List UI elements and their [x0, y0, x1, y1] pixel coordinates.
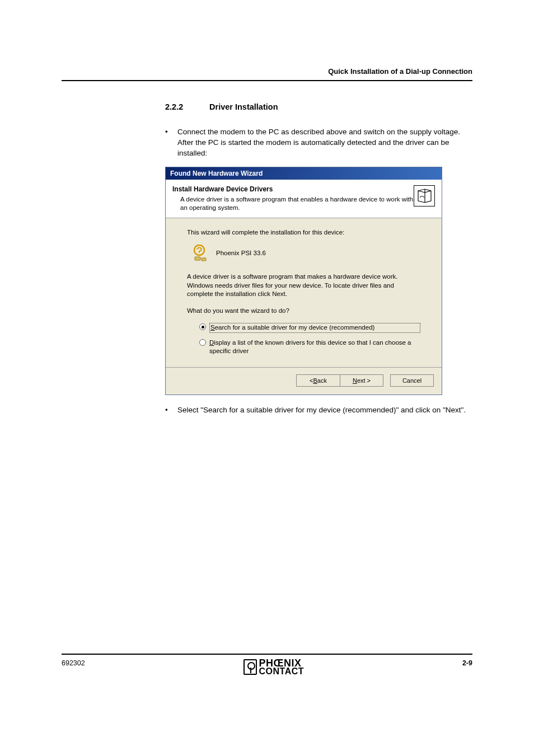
next-button[interactable]: Next >	[340, 374, 383, 387]
svg-point-0	[194, 245, 204, 255]
wizard-explanation: A device driver is a software program th…	[187, 273, 420, 299]
back-button[interactable]: < Back	[296, 374, 340, 387]
cancel-button[interactable]: Cancel	[390, 374, 434, 387]
wizard-titlebar: Found New Hardware Wizard	[166, 167, 442, 180]
wizard-body: This wizard will complete the installati…	[166, 218, 442, 367]
instruction-bullet-2: • Select "Search for a suitable driver f…	[165, 405, 472, 416]
wizard-question: What do you want the wizard to do?	[187, 307, 420, 316]
radio-button-icon	[199, 339, 206, 346]
radio-label-display: Display a list of the known drivers for …	[209, 339, 420, 356]
unknown-device-icon	[193, 245, 208, 262]
radio-display-list[interactable]: Display a list of the known drivers for …	[199, 339, 420, 356]
wizard-header: Install Hardware Device Drivers A device…	[166, 180, 442, 218]
hardware-wizard-icon	[414, 185, 435, 206]
instruction-bullet-1: • Connect the modem to the PC as describ…	[165, 127, 472, 159]
logo-icon	[243, 659, 257, 675]
found-new-hardware-wizard: Found New Hardware Wizard Install Hardwa…	[165, 167, 442, 395]
page-footer: 692302 PHŒNIX CONTACT 2-9	[62, 654, 472, 675]
instruction-text-1: Connect the modem to the PC as described…	[177, 127, 472, 159]
section-title: Driver Installation	[209, 102, 278, 111]
instruction-text-2: Select "Search for a suitable driver for…	[177, 405, 472, 416]
section-number: 2.2.2	[165, 102, 207, 111]
footer-doc-number: 692302	[62, 659, 85, 667]
bullet-dot: •	[165, 405, 177, 416]
phoenix-contact-logo: PHŒNIX CONTACT	[243, 659, 305, 675]
page-header-title: Quick Installation of a Dial-up Connecti…	[62, 67, 472, 80]
svg-rect-2	[202, 258, 206, 261]
wizard-button-row: < Back Next > Cancel	[166, 367, 442, 395]
bullet-dot: •	[165, 127, 177, 159]
radio-label-search: Search for a suitable driver for my devi…	[209, 323, 420, 333]
device-row: Phoenix PSI 33.6	[187, 245, 420, 262]
radio-search-driver[interactable]: Search for a suitable driver for my devi…	[199, 323, 420, 333]
svg-rect-1	[195, 257, 200, 260]
section-heading: 2.2.2 Driver Installation	[165, 102, 472, 111]
footer-page-number: 2-9	[462, 659, 472, 667]
wizard-header-title: Install Hardware Device Drivers	[172, 185, 414, 193]
device-name: Phoenix PSI 33.6	[216, 249, 266, 258]
wizard-header-subtitle: A device driver is a software program th…	[172, 195, 414, 212]
footer-rule	[62, 654, 472, 655]
radio-button-icon	[199, 323, 206, 330]
wizard-intro-text: This wizard will complete the installati…	[187, 228, 420, 237]
logo-text-line2: CONTACT	[259, 668, 305, 675]
